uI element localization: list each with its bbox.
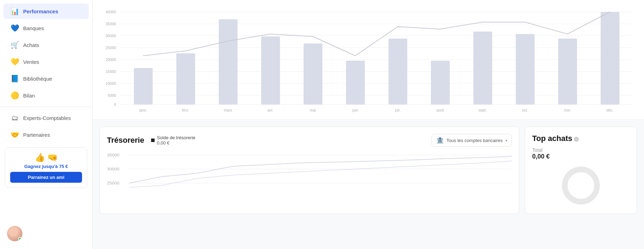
svg-text:20000: 20000: [106, 58, 116, 62]
svg-text:avr.: avr.: [267, 108, 273, 112]
sidebar-item-achats[interactable]: 🛒 Achats: [4, 37, 89, 53]
sidebar-item-performances[interactable]: 📊 Performances: [4, 4, 89, 19]
sidebar-item-ventes[interactable]: 💛 Ventes: [4, 54, 89, 69]
sidebar-item-experts[interactable]: 🗂 Experts-Comptables: [4, 110, 89, 126]
performances-icon: 📊: [11, 7, 19, 15]
bank-icon: 🏦: [436, 136, 444, 144]
sidebar-item-label: Partenaires: [23, 132, 50, 138]
sidebar-item-banques[interactable]: 💙 Banques: [4, 20, 89, 36]
online-status-dot: [18, 237, 22, 241]
svg-text:40000: 40000: [106, 10, 116, 14]
sidebar-item-bibliotheque[interactable]: 📘 Bibliothèque: [4, 71, 89, 86]
donut-chart: [560, 164, 602, 207]
bar-fevr: [176, 53, 195, 105]
legend-dot: [151, 139, 155, 142]
top-achats-title: Top achats: [532, 134, 572, 143]
achats-icon: 🛒: [11, 41, 19, 49]
banques-icon: 💙: [11, 24, 19, 32]
bottom-panels: Trésorerie Solde de trésorerie 0,00 € 🏦 …: [93, 120, 644, 221]
bank-selector-label: Tous les comptes bancaires: [447, 138, 503, 143]
bar-juin: [346, 61, 365, 105]
svg-text:nov.: nov.: [564, 108, 571, 112]
top-achats-value: 0,00 €: [532, 153, 630, 160]
partenaires-icon: 🤝: [11, 130, 19, 139]
bar-nov: [558, 39, 577, 105]
sidebar-item-label: Performances: [23, 8, 58, 14]
svg-text:mars: mars: [224, 108, 232, 112]
sidebar-item-partenaires[interactable]: 🤝 Partenaires: [4, 127, 89, 142]
promo-text: Gagnez jusqu'à 75 €: [10, 164, 82, 169]
sidebar-footer: [0, 221, 92, 246]
sidebar-divider: [0, 107, 92, 107]
legend-label: Solde de trésorerie: [157, 135, 195, 140]
svg-text:juil.: juil.: [394, 108, 400, 112]
top-achats-panel: Top achats i Total 0,00 €: [525, 127, 637, 214]
main-content: 40000 35000 30000 25000 20000 15000 1000…: [93, 0, 644, 249]
promo-card: 👍 🤜 Gagnez jusqu'à 75 € Parrainez un ami: [5, 147, 87, 188]
svg-text:35000: 35000: [107, 153, 120, 157]
tresorerie-chart: 35000 30000 25000: [107, 152, 512, 198]
promo-icon-left: 👍: [35, 153, 45, 162]
bar-avr: [261, 36, 280, 105]
bank-selector[interactable]: 🏦 Tous les comptes bancaires ▾: [432, 134, 512, 147]
svg-text:oct.: oct.: [522, 108, 528, 112]
chart-svg: 40000 35000 30000 25000 20000 15000 1000…: [103, 7, 633, 116]
svg-text:déc.: déc.: [606, 108, 614, 112]
bibliotheque-icon: 📘: [11, 74, 19, 83]
bar-chart: 40000 35000 30000 25000 20000 15000 1000…: [103, 7, 633, 116]
sidebar-item-label: Banques: [23, 25, 44, 31]
svg-text:sept.: sept.: [479, 108, 487, 112]
promo-icon-right: 🤜: [47, 153, 58, 162]
legend-value: 0,00 €: [157, 140, 195, 146]
svg-text:0: 0: [114, 102, 116, 107]
top-achats-label: Total: [532, 147, 630, 153]
experts-icon: 🗂: [11, 114, 19, 122]
svg-text:30000: 30000: [107, 167, 120, 171]
tresorerie-line-1: [129, 156, 512, 183]
tresorerie-legend: Solde de trésorerie 0,00 €: [151, 135, 195, 146]
tresorerie-panel: Trésorerie Solde de trésorerie 0,00 € 🏦 …: [100, 127, 519, 214]
sidebar-item-label: Achats: [23, 42, 39, 48]
chevron-down-icon: ▾: [506, 139, 507, 142]
sidebar: 📊 Performances 💙 Banques 🛒 Achats 💛 Vent…: [0, 0, 93, 249]
bar-mars: [219, 19, 238, 105]
svg-text:févr.: févr.: [182, 108, 189, 112]
sidebar-item-label: Experts-Comptables: [23, 115, 71, 121]
svg-text:15000: 15000: [106, 69, 116, 74]
svg-text:mai: mai: [310, 108, 316, 112]
bar-aout: [431, 61, 450, 105]
sidebar-item-label: Ventes: [23, 59, 39, 65]
line-chart: [143, 12, 610, 56]
svg-text:25000: 25000: [106, 46, 116, 50]
svg-text:10000: 10000: [106, 81, 116, 86]
bar-juil: [388, 39, 407, 105]
sidebar-item-label: Bibliothèque: [23, 76, 52, 82]
sidebar-item-bilan[interactable]: 🟡 Bilan: [4, 88, 89, 103]
svg-text:août: août: [436, 108, 444, 112]
tresorerie-title: Trésorerie: [107, 136, 144, 145]
bar-chart-section: 40000 35000 30000 25000 20000 15000 1000…: [93, 0, 644, 120]
bar-dec: [601, 12, 619, 105]
bar-mai: [304, 43, 323, 105]
sidebar-item-label: Bilan: [23, 93, 35, 99]
svg-text:janv.: janv.: [139, 108, 147, 112]
svg-text:35000: 35000: [106, 22, 116, 26]
bilan-icon: 🟡: [11, 91, 19, 100]
avatar[interactable]: [7, 226, 22, 241]
svg-text:5000: 5000: [108, 93, 116, 97]
svg-text:juin: juin: [352, 108, 358, 112]
promo-icons: 👍 🤜: [10, 153, 82, 162]
info-icon: i: [574, 137, 579, 142]
top-achats-header: Top achats i: [532, 134, 630, 144]
svg-text:30000: 30000: [106, 34, 116, 38]
svg-text:25000: 25000: [107, 181, 120, 185]
tresorerie-svg: 35000 30000 25000: [107, 152, 512, 198]
bar-oct: [516, 34, 535, 105]
legend-text: Solde de trésorerie 0,00 €: [157, 135, 195, 146]
parrainage-button[interactable]: Parrainez un ami: [10, 172, 82, 183]
tresorerie-title-text: Trésorerie: [107, 136, 144, 144]
donut-area: [532, 164, 630, 207]
bar-janv: [134, 68, 153, 105]
tresorerie-header: Trésorerie Solde de trésorerie 0,00 € 🏦 …: [107, 134, 512, 147]
bar-sept: [473, 32, 492, 105]
